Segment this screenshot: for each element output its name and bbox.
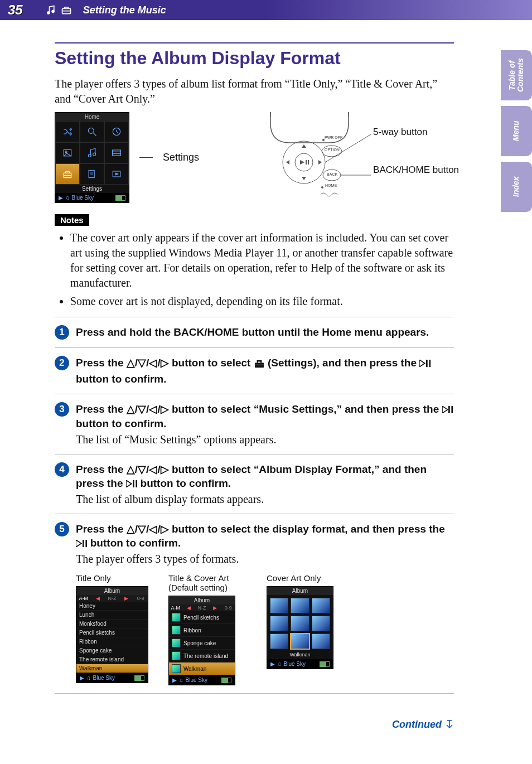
- list-item: Honey: [76, 602, 148, 611]
- music-note-icon: [45, 4, 56, 16]
- album-header: Album: [267, 587, 333, 595]
- arrow-down-icon: [445, 720, 454, 730]
- intro-text: The player offers 3 types of album list …: [55, 76, 454, 107]
- header-bar: 35 Setting the Music: [0, 0, 532, 20]
- battery-icon: [115, 195, 125, 201]
- list-item: The remote island: [169, 650, 235, 663]
- list-item: Lunch: [76, 611, 148, 620]
- svg-rect-11: [113, 150, 121, 156]
- now-playing-text: Blue Sky: [93, 675, 115, 681]
- dpad-icon: △/▽/◁/▷: [127, 463, 169, 475]
- index-tabs: A-M◀ N-Z▶ 0-9: [76, 595, 148, 602]
- cover-art-icon: [291, 598, 309, 613]
- play-pause-icon: [126, 480, 137, 487]
- step-lead: Press the △/▽/◁/▷ button to select “Albu…: [76, 462, 454, 491]
- list-item: Ribbon: [76, 637, 148, 646]
- svg-point-10: [93, 153, 96, 156]
- step-number: 4: [55, 462, 69, 477]
- album-preview: Album A-M◀ N-Z▶ 0-9 Pencil sketchs Ribbo…: [168, 596, 235, 685]
- note-item: Some cover art is not displayed, dependi…: [70, 294, 454, 309]
- svg-rect-34: [429, 360, 431, 367]
- now-playing-text: Blue Sky: [72, 195, 94, 201]
- toolbox-icon: [61, 4, 72, 16]
- album-preview: Album A-M◀ N-Z▶ 0-9 Honey Lunch Monksfoo…: [76, 586, 148, 683]
- rule-top: [55, 42, 454, 43]
- step-4: 4 Press the △/▽/◁/▷ button to select “Al…: [55, 462, 454, 506]
- rule: [55, 317, 454, 317]
- step-3: 3 Press the △/▽/◁/▷ button to select “Mu…: [55, 402, 454, 446]
- svg-rect-37: [133, 480, 134, 487]
- cover-art-icon: [172, 613, 181, 622]
- tab-menu[interactable]: Menu: [501, 106, 532, 156]
- home-icon-shuffle: [55, 121, 80, 142]
- svg-rect-35: [448, 406, 450, 413]
- album-header: Album: [76, 587, 148, 595]
- play-pause-icon: [442, 406, 453, 413]
- svg-point-28: [321, 186, 323, 188]
- header-icons: [45, 4, 72, 16]
- page-title: Setting the Album Display Format: [55, 48, 454, 69]
- dpad-icon: △/▽/◁/▷: [127, 357, 169, 369]
- home-icon-playlist: [80, 163, 104, 185]
- tab-nz: N-Z: [105, 595, 119, 602]
- tab-num: 0-9: [133, 595, 148, 602]
- home-now-playing: ▶ ♫ Blue Sky: [55, 193, 129, 202]
- dpad-icon: △/▽/◁/▷: [127, 523, 169, 535]
- svg-rect-33: [426, 360, 428, 367]
- home-icon-photo: [55, 142, 80, 163]
- label-back-home: BACK/HOME button: [373, 165, 459, 176]
- step-number: 3: [55, 402, 69, 417]
- step-number: 5: [55, 522, 69, 536]
- step-5: 5 Press the △/▽/◁/▷ button to select the…: [55, 522, 454, 685]
- format-caption: Title Only: [76, 573, 148, 583]
- diagram-option: OPTION: [325, 148, 340, 152]
- step-lead: Press the △/▽/◁/▷ button to select the d…: [76, 522, 454, 550]
- page-content: Setting the Album Display Format The pla…: [0, 20, 532, 694]
- step-1: 1 Press and hold the BACK/HOME button un…: [55, 325, 454, 340]
- home-icon-settings-selected: [55, 163, 80, 185]
- format-title-cover: Title & Cover Art (Default setting) Albu…: [168, 573, 246, 685]
- home-icon-music: [80, 142, 104, 163]
- svg-rect-23: [306, 160, 307, 165]
- tab-num: 0-9: [221, 605, 235, 611]
- step-lead: Press the △/▽/◁/▷ button to select (Sett…: [76, 356, 454, 386]
- battery-icon: [221, 678, 231, 683]
- home-icon-search: [80, 121, 104, 142]
- now-playing-foot: ▶ ♫ Blue Sky: [169, 675, 235, 685]
- label-5way: 5-way button: [373, 127, 427, 138]
- rule: [55, 394, 454, 394]
- svg-rect-24: [308, 160, 309, 165]
- format-title-only: Title Only Album A-M◀ N-Z▶ 0-9 Honey Lun…: [76, 573, 148, 685]
- side-tabs: Table of Contents Menu Index: [501, 50, 532, 212]
- cover-art-icon: [270, 634, 288, 649]
- cover-art-icon: [172, 639, 181, 647]
- list-item-selected: Walkman: [169, 663, 235, 675]
- music-note-icon: ♫: [65, 195, 70, 201]
- tab-table-of-contents[interactable]: Table of Contents: [501, 50, 532, 100]
- diagram-back: BACK: [327, 172, 337, 176]
- cover-art-icon: [172, 626, 181, 635]
- diagram-home: HOME: [325, 183, 337, 187]
- tab-nz: N-Z: [195, 605, 209, 611]
- step-desc: The player offers 3 types of formats.: [76, 553, 454, 565]
- list-item: Pencil sketchs: [76, 628, 148, 637]
- music-note-icon: ♫: [179, 677, 183, 683]
- now-playing-text: Blue Sky: [284, 661, 306, 667]
- cover-art-icon: [312, 616, 330, 631]
- step-lead: Press and hold the BACK/HOME button unti…: [76, 325, 454, 340]
- home-icon-nowplaying: [104, 163, 129, 185]
- step-lead: Press the △/▽/◁/▷ button to select “Musi…: [76, 402, 454, 431]
- leader-line: [139, 157, 153, 158]
- format-caption: Cover Art Only: [267, 573, 339, 583]
- now-playing-foot: ▶ ♫ Blue Sky: [76, 673, 148, 683]
- step-desc: The list of “Music Settings” options app…: [76, 433, 454, 446]
- cover-art-icon: [172, 651, 181, 660]
- list-item: Pencil sketchs: [169, 611, 235, 624]
- tab-index[interactable]: Index: [501, 162, 532, 212]
- label-settings: Settings: [163, 152, 199, 163]
- svg-rect-39: [83, 540, 84, 547]
- svg-point-0: [47, 12, 50, 14]
- rule: [55, 454, 454, 454]
- now-playing-text: Blue Sky: [186, 677, 207, 683]
- svg-rect-31: [255, 362, 264, 368]
